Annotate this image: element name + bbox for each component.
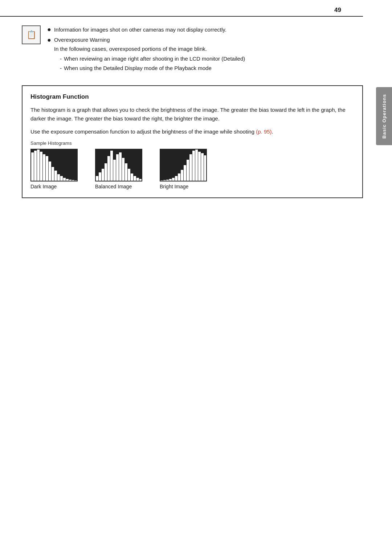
svg-rect-5 bbox=[43, 154, 45, 181]
bullet-text-2-block: Overexposure Warning In the following ca… bbox=[54, 36, 245, 74]
svg-rect-15 bbox=[72, 180, 74, 181]
svg-rect-1 bbox=[31, 152, 34, 181]
dark-histogram-svg bbox=[30, 149, 78, 181]
histogram-desc-2: Use the exposure compensation function t… bbox=[30, 127, 354, 136]
svg-rect-39 bbox=[172, 178, 175, 181]
svg-rect-21 bbox=[105, 163, 107, 181]
svg-rect-41 bbox=[178, 173, 180, 181]
svg-rect-25 bbox=[116, 154, 119, 181]
bullet-icon-2: ● bbox=[47, 35, 51, 45]
svg-rect-49 bbox=[201, 153, 204, 181]
info-box: 📋 ● Information for images shot on other… bbox=[22, 20, 363, 75]
svg-rect-35 bbox=[160, 180, 163, 181]
svg-rect-40 bbox=[175, 176, 177, 181]
page-number: 49 bbox=[334, 7, 341, 14]
svg-rect-47 bbox=[195, 150, 198, 181]
sub-bullet-text-1: When reviewing an image right after shoo… bbox=[64, 54, 245, 63]
svg-rect-38 bbox=[169, 179, 172, 181]
svg-rect-22 bbox=[107, 156, 110, 181]
sub-bullet-1: - When reviewing an image right after sh… bbox=[60, 54, 245, 63]
sub-bullet-text-2: When using the Detailed Display mode of … bbox=[64, 64, 212, 72]
svg-rect-16 bbox=[75, 180, 77, 181]
svg-rect-3 bbox=[37, 150, 40, 181]
histogram-desc2-prefix: Use the exposure compensation function t… bbox=[30, 128, 256, 135]
svg-rect-46 bbox=[192, 151, 195, 181]
svg-rect-45 bbox=[189, 154, 192, 181]
histogram-section: Histogram Function The histogram is a gr… bbox=[22, 85, 363, 198]
overexposure-title: Overexposure Warning bbox=[54, 36, 245, 44]
side-tab: Basic Operations bbox=[376, 87, 392, 145]
dark-image-label: Dark Image bbox=[30, 184, 57, 189]
bullet-item-1: ● Information for images shot on other c… bbox=[47, 25, 363, 34]
svg-rect-29 bbox=[128, 169, 130, 181]
svg-rect-8 bbox=[52, 167, 54, 181]
svg-rect-6 bbox=[46, 156, 48, 181]
svg-rect-7 bbox=[49, 161, 51, 181]
svg-rect-18 bbox=[96, 176, 98, 181]
sub-bullet-2: - When using the Detailed Display mode o… bbox=[60, 64, 245, 72]
sub-bullets: - When reviewing an image right after sh… bbox=[60, 54, 245, 73]
svg-rect-43 bbox=[184, 165, 186, 181]
svg-rect-20 bbox=[102, 169, 104, 181]
svg-rect-9 bbox=[54, 171, 57, 181]
balanced-image-label: Balanced Image bbox=[95, 184, 132, 189]
overexposure-desc: In the following cases, overexposed port… bbox=[54, 45, 245, 53]
histogram-desc2-suffix: . bbox=[272, 128, 273, 135]
svg-rect-23 bbox=[110, 151, 113, 181]
svg-rect-50 bbox=[204, 155, 206, 181]
svg-rect-30 bbox=[131, 173, 133, 181]
info-text-block: ● Information for images shot on other c… bbox=[47, 25, 363, 75]
bullet-text-1: Information for images shot on other cam… bbox=[54, 25, 226, 34]
bright-histogram-svg bbox=[160, 149, 207, 181]
svg-rect-27 bbox=[122, 158, 124, 181]
histograms-row: Dark Image bbox=[30, 149, 354, 189]
svg-rect-31 bbox=[134, 176, 136, 181]
svg-rect-33 bbox=[139, 179, 142, 181]
sample-histograms-label: Sample Histograms bbox=[30, 140, 354, 146]
svg-rect-44 bbox=[187, 160, 189, 181]
svg-rect-36 bbox=[163, 180, 166, 181]
svg-rect-13 bbox=[66, 179, 69, 181]
bullet-item-2: ● Overexposure Warning In the following … bbox=[47, 36, 363, 74]
svg-rect-42 bbox=[181, 170, 183, 181]
histogram-title: Histogram Function bbox=[30, 93, 354, 101]
side-tab-label: Basic Operations bbox=[381, 94, 387, 139]
balanced-histogram-svg bbox=[95, 149, 142, 181]
svg-rect-4 bbox=[40, 152, 42, 181]
svg-rect-2 bbox=[34, 151, 37, 181]
svg-rect-32 bbox=[136, 178, 139, 181]
svg-rect-24 bbox=[113, 160, 116, 181]
bright-image-histogram: Bright Image bbox=[160, 149, 207, 189]
svg-rect-28 bbox=[125, 163, 127, 181]
svg-rect-11 bbox=[60, 176, 63, 181]
histogram-page-link[interactable]: (p. 95) bbox=[256, 128, 271, 135]
page-header: 49 bbox=[0, 0, 363, 17]
histogram-desc-1: The histogram is a graph that allows you… bbox=[30, 106, 354, 123]
bullet-icon-1: ● bbox=[47, 25, 51, 34]
main-content: 📋 ● Information for images shot on other… bbox=[22, 17, 363, 198]
svg-rect-12 bbox=[63, 178, 66, 181]
balanced-image-histogram: Balanced Image bbox=[95, 149, 142, 189]
camera-info-icon: 📋 bbox=[22, 25, 41, 44]
svg-rect-19 bbox=[99, 172, 101, 181]
svg-rect-14 bbox=[69, 180, 72, 181]
dark-image-histogram: Dark Image bbox=[30, 149, 78, 189]
svg-rect-10 bbox=[57, 174, 60, 181]
bright-image-label: Bright Image bbox=[160, 184, 188, 189]
svg-rect-26 bbox=[119, 152, 122, 181]
svg-rect-37 bbox=[166, 180, 169, 181]
svg-rect-48 bbox=[198, 152, 201, 181]
